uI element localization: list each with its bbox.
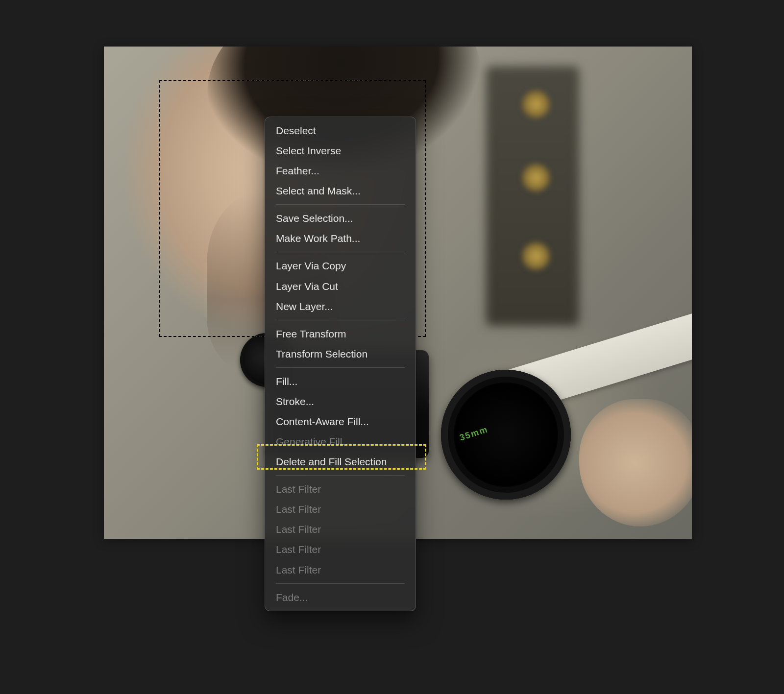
menu-item-transform-selection[interactable]: Transform Selection [265, 344, 416, 364]
context-menu: DeselectSelect InverseFeather...Select a… [265, 117, 416, 611]
menu-separator [276, 475, 405, 476]
menu-item-layer-via-copy[interactable]: Layer Via Copy [265, 256, 416, 276]
menu-item-stroke[interactable]: Stroke... [265, 391, 416, 411]
menu-item-free-transform[interactable]: Free Transform [265, 324, 416, 344]
menu-separator [276, 583, 405, 584]
menu-item-last-filter-2: Last Filter [265, 499, 416, 519]
menu-item-last-filter-4: Last Filter [265, 539, 416, 559]
menu-item-deselect[interactable]: Deselect [265, 120, 416, 141]
menu-separator [276, 204, 405, 205]
menu-item-save-selection[interactable]: Save Selection... [265, 208, 416, 228]
menu-separator [276, 320, 405, 320]
menu-item-content-aware-fill[interactable]: Content-Aware Fill... [265, 411, 416, 431]
subject-hand [579, 399, 692, 526]
menu-item-generative-fill: Generative Fill... [265, 431, 416, 452]
background-light-3 [522, 242, 550, 270]
menu-item-fade: Fade... [265, 587, 416, 607]
menu-item-layer-via-cut[interactable]: Layer Via Cut [265, 276, 416, 296]
background-light-1 [522, 91, 550, 118]
menu-item-last-filter-5: Last Filter [265, 560, 416, 580]
menu-separator [276, 367, 405, 368]
menu-item-select-and-mask[interactable]: Select and Mask... [265, 181, 416, 201]
menu-item-select-inverse[interactable]: Select Inverse [265, 141, 416, 161]
menu-item-fill[interactable]: Fill... [265, 371, 416, 391]
menu-item-feather[interactable]: Feather... [265, 161, 416, 181]
menu-separator [276, 252, 405, 252]
menu-item-last-filter-3: Last Filter [265, 519, 416, 539]
menu-item-new-layer[interactable]: New Layer... [265, 296, 416, 316]
background-light-2 [522, 164, 550, 191]
menu-item-last-filter-1: Last Filter [265, 479, 416, 499]
menu-item-delete-and-fill[interactable]: Delete and Fill Selection [265, 452, 416, 472]
menu-item-make-work-path[interactable]: Make Work Path... [265, 228, 416, 248]
